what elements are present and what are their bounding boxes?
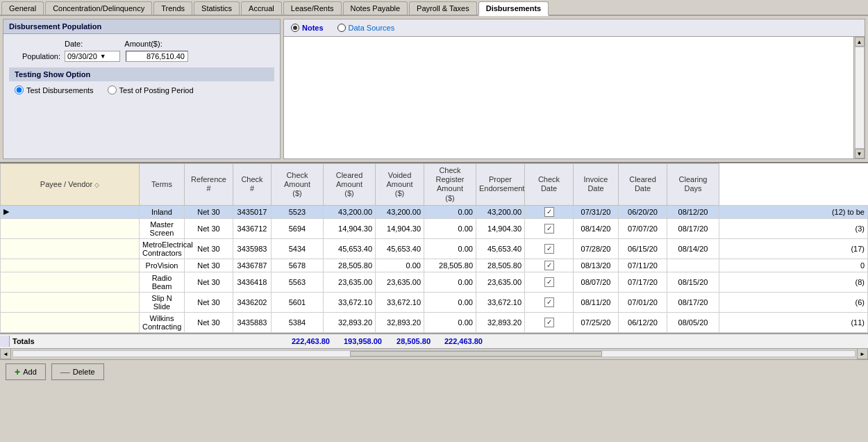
cell-check-amt[interactable]: 43,200.00: [324, 205, 376, 218]
cell-clearing-days[interactable]: (11): [719, 312, 868, 332]
cell-cleared-amt[interactable]: 43,200.00: [376, 205, 424, 218]
scroll-down-btn[interactable]: ▼: [855, 149, 865, 158]
cell-check[interactable]: 5434: [272, 238, 324, 259]
cell-check-date[interactable]: 07/28/20: [574, 238, 619, 259]
endorsed-checkbox[interactable]: ✓: [544, 277, 554, 287]
cell-endorsed[interactable]: ✓: [525, 218, 574, 238]
cell-reference[interactable]: 3435983: [233, 238, 272, 259]
date-input[interactable]: 09/30/20 ▼: [65, 51, 120, 62]
cell-endorsed[interactable]: ✓: [525, 259, 574, 272]
h-scroll-thumb[interactable]: [350, 351, 603, 357]
endorsed-checkbox[interactable]: ✓: [544, 297, 554, 307]
cell-invoice-date[interactable]: 07/07/20: [619, 218, 667, 238]
cell-terms[interactable]: Net 30: [185, 292, 233, 312]
notes-scrollbar[interactable]: ▲ ▼: [853, 37, 865, 158]
cell-check-date[interactable]: 08/14/20: [574, 218, 619, 238]
cell-check[interactable]: 5523: [272, 205, 324, 218]
cell-reference[interactable]: 3435883: [233, 312, 272, 332]
table-row[interactable]: Radio BeamNet 303436418556323,635.0023,6…: [1, 272, 868, 292]
cell-voided[interactable]: 0.00: [424, 312, 476, 332]
table-row[interactable]: Wilkins ContractingNet 303435883538432,8…: [1, 312, 868, 332]
cell-clearing-days[interactable]: 0: [719, 259, 868, 272]
cell-cleared-amt[interactable]: 45,653.40: [376, 238, 424, 259]
horizontal-scrollbar[interactable]: ◄ ►: [0, 348, 868, 359]
tab-payroll---taxes[interactable]: Payroll & Taxes: [409, 1, 477, 15]
cell-endorsed[interactable]: ✓: [525, 238, 574, 259]
tab-statistics[interactable]: Statistics: [194, 1, 240, 15]
cell-cleared-amt[interactable]: 14,904.30: [376, 218, 424, 238]
cell-invoice-date[interactable]: 06/15/20: [619, 238, 667, 259]
cell-clearing-days[interactable]: (17): [719, 238, 868, 259]
cell-check-reg[interactable]: 45,653.40: [476, 238, 525, 259]
cell-cleared-date[interactable]: 08/15/20: [667, 272, 719, 292]
endorsed-checkbox[interactable]: ✓: [544, 261, 554, 270]
cell-check-amt[interactable]: 45,653.40: [324, 238, 376, 259]
tab-lease-rents[interactable]: Lease/Rents: [283, 1, 342, 15]
scroll-up-btn[interactable]: ▲: [855, 37, 865, 47]
cell-check-reg[interactable]: 32,893.20: [476, 312, 525, 332]
table-row[interactable]: ▶InlandNet 303435017552343,200.0043,200.…: [1, 205, 868, 218]
cell-terms[interactable]: Net 30: [185, 272, 233, 292]
cell-check-amt[interactable]: 33,672.10: [324, 292, 376, 312]
cell-payee[interactable]: MetroElectrical Contractors: [140, 238, 185, 259]
endorsed-checkbox[interactable]: ✓: [544, 207, 554, 217]
cell-cleared-date[interactable]: 08/17/20: [667, 218, 719, 238]
cell-check[interactable]: 5601: [272, 292, 324, 312]
cell-check[interactable]: 5384: [272, 312, 324, 332]
cell-terms[interactable]: Net 30: [185, 312, 233, 332]
cell-check-date[interactable]: 08/07/20: [574, 272, 619, 292]
table-row[interactable]: Slip N SlideNet 303436202560133,672.1033…: [1, 292, 868, 312]
table-row[interactable]: MetroElectrical ContractorsNet 303435983…: [1, 238, 868, 259]
h-scroll-track[interactable]: [12, 350, 856, 357]
endorsed-checkbox[interactable]: ✓: [544, 244, 554, 254]
cell-invoice-date[interactable]: 06/12/20: [619, 312, 667, 332]
cell-check-reg[interactable]: 33,672.10: [476, 292, 525, 312]
cell-check-amt[interactable]: 32,893.20: [324, 312, 376, 332]
cell-reference[interactable]: 3436712: [233, 218, 272, 238]
cell-check-date[interactable]: 08/11/20: [574, 292, 619, 312]
scroll-right-btn[interactable]: ►: [857, 348, 868, 359]
cell-endorsed[interactable]: ✓: [525, 272, 574, 292]
cell-cleared-date[interactable]: [667, 259, 719, 272]
cell-cleared-amt[interactable]: 23,635.00: [376, 272, 424, 292]
amount-input[interactable]: [126, 51, 188, 62]
cell-check-date[interactable]: 08/13/20: [574, 259, 619, 272]
cell-voided[interactable]: 0.00: [424, 272, 476, 292]
radio-test-disbursements[interactable]: Test Disbursements: [15, 85, 94, 95]
cell-payee[interactable]: ProVision: [140, 259, 185, 272]
cell-cleared-amt[interactable]: 32,893.20: [376, 312, 424, 332]
cell-voided[interactable]: 0.00: [424, 218, 476, 238]
radio-test-posting[interactable]: Test of Posting Period: [108, 85, 194, 95]
data-sources-radio[interactable]: Data Sources: [337, 24, 395, 32]
cell-payee[interactable]: Wilkins Contracting: [140, 312, 185, 332]
tab-notes-payable[interactable]: Notes Payable: [343, 1, 408, 15]
tab-general[interactable]: General: [1, 1, 44, 15]
cell-check-reg[interactable]: 23,635.00: [476, 272, 525, 292]
cell-terms[interactable]: Net 30: [185, 218, 233, 238]
cell-cleared-amt[interactable]: 33,672.10: [376, 292, 424, 312]
cell-payee[interactable]: Master Screen: [140, 218, 185, 238]
cell-invoice-date[interactable]: 07/17/20: [619, 272, 667, 292]
cell-reference[interactable]: 3436787: [233, 259, 272, 272]
add-button[interactable]: + Add: [6, 363, 46, 380]
cell-cleared-date[interactable]: 08/17/20: [667, 292, 719, 312]
cell-clearing-days[interactable]: (8): [719, 272, 868, 292]
cell-check-amt[interactable]: 28,505.80: [324, 259, 376, 272]
cell-reference[interactable]: 3435017: [233, 205, 272, 218]
table-row[interactable]: ProVisionNet 303436787567828,505.800.002…: [1, 259, 868, 272]
notes-area[interactable]: [284, 37, 853, 158]
tab-accrual[interactable]: Accrual: [241, 1, 282, 15]
notes-radio[interactable]: Notes: [291, 24, 324, 32]
scroll-left-btn[interactable]: ◄: [0, 348, 11, 359]
cell-voided[interactable]: 0.00: [424, 238, 476, 259]
cell-endorsed[interactable]: ✓: [525, 205, 574, 218]
cell-invoice-date[interactable]: 07/11/20: [619, 259, 667, 272]
endorsed-checkbox[interactable]: ✓: [544, 224, 554, 234]
date-dropdown-icon[interactable]: ▼: [100, 53, 106, 60]
cell-endorsed[interactable]: ✓: [525, 292, 574, 312]
cell-check-reg[interactable]: 28,505.80: [476, 259, 525, 272]
cell-check[interactable]: 5563: [272, 272, 324, 292]
cell-check-amt[interactable]: 23,635.00: [324, 272, 376, 292]
cell-clearing-days[interactable]: (3): [719, 218, 868, 238]
cell-check-amt[interactable]: 14,904.30: [324, 218, 376, 238]
